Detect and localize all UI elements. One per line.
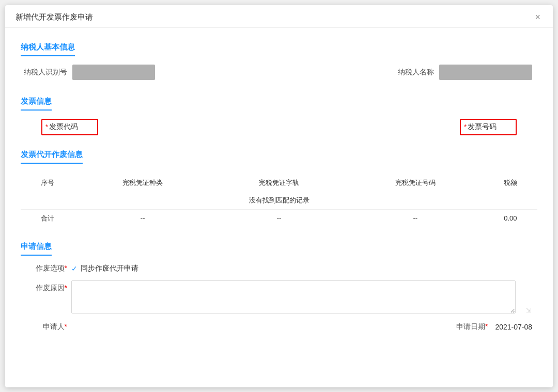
no-record-text: 没有找到匹配的记录 bbox=[21, 192, 537, 210]
invoice-no-label: 发票号码 bbox=[468, 122, 497, 132]
total-row: 合计 -- -- -- 0.00 bbox=[21, 209, 537, 227]
col-no: 序号 bbox=[21, 174, 74, 192]
col-certno: 完税凭证号码 bbox=[347, 174, 484, 192]
reason-row: 作废原因* ⇲ bbox=[21, 280, 537, 315]
reason-textarea[interactable] bbox=[71, 280, 516, 313]
date-value: 2021-07-08 bbox=[495, 323, 532, 331]
checkbox-icon: ✓ bbox=[71, 264, 78, 273]
date-label: 申请日期* bbox=[446, 322, 488, 332]
application-section-title: 申请信息 bbox=[21, 242, 52, 256]
applicant-label: 申请人* bbox=[26, 322, 67, 332]
invoice-code-label: 发票代码 bbox=[49, 122, 78, 132]
total-col2: -- bbox=[74, 209, 211, 227]
date-wrap: 申请日期* 2021-07-08 bbox=[446, 322, 532, 332]
bottom-row: 申请人* 申请日期* 2021-07-08 bbox=[21, 322, 537, 332]
taxpayer-id-label: 纳税人识别号 bbox=[21, 68, 67, 77]
invoice-code-wrap: * 发票代码 bbox=[41, 119, 98, 135]
invoice-row: * 发票代码 * 发票号码 bbox=[21, 119, 537, 135]
invoice-code-required: * bbox=[45, 123, 48, 131]
taxpayer-section-title: 纳税人基本信息 bbox=[21, 42, 75, 56]
invoice-section-title: 发票信息 bbox=[21, 97, 52, 111]
invoice-section: 发票信息 * 发票代码 * 发票号码 bbox=[21, 87, 537, 135]
resize-handle: ⇲ bbox=[526, 307, 531, 314]
dialog-header: 新增代开发票作废申请 × bbox=[5, 5, 553, 28]
reason-label: 作废原因* bbox=[26, 284, 67, 293]
option-row: 作废选项* ✓ 同步作废代开申请 bbox=[21, 264, 537, 273]
dialog-title: 新增代开发票作废申请 bbox=[16, 12, 93, 22]
taxpayer-info-row: 纳税人识别号 纳税人名称 bbox=[21, 65, 537, 80]
no-record-row: 没有找到匹配的记录 bbox=[21, 192, 537, 210]
taxpayer-name-value bbox=[439, 65, 532, 80]
total-col3: -- bbox=[211, 209, 347, 227]
taxpayer-name-label: 纳税人名称 bbox=[393, 68, 434, 77]
agent-section: 发票代开作废信息 序号 完税凭证种类 完税凭证字轨 完税凭证号码 税额 没有找到… bbox=[21, 140, 537, 227]
reason-textarea-wrap: ⇲ bbox=[71, 280, 532, 315]
main-dialog: 新增代开发票作废申请 × 纳税人基本信息 纳税人识别号 纳税人名称 发票信息 * bbox=[5, 5, 553, 387]
invoice-code-field[interactable]: * 发票代码 bbox=[41, 119, 98, 135]
checkbox-wrap[interactable]: ✓ 同步作废代开申请 bbox=[71, 264, 138, 273]
table-header-row: 序号 完税凭证种类 完税凭证字轨 完税凭证号码 税额 bbox=[21, 174, 537, 192]
application-section: 申请信息 作废选项* ✓ 同步作废代开申请 作废原因* ⇲ bbox=[21, 232, 537, 332]
col-type: 完税凭证种类 bbox=[74, 174, 211, 192]
total-col4: -- bbox=[347, 209, 484, 227]
dialog-body: 纳税人基本信息 纳税人识别号 纳税人名称 发票信息 * 发票代码 bbox=[5, 28, 553, 347]
total-label: 合计 bbox=[21, 209, 74, 227]
applicant-wrap: 申请人* bbox=[26, 322, 71, 332]
checkbox-text: 同步作废代开申请 bbox=[81, 264, 138, 273]
taxpayer-section: 纳税人基本信息 纳税人识别号 纳税人名称 bbox=[21, 33, 537, 80]
invoice-no-required: * bbox=[464, 123, 467, 131]
col-track: 完税凭证字轨 bbox=[211, 174, 347, 192]
invoice-no-field[interactable]: * 发票号码 bbox=[460, 119, 517, 135]
agent-section-title: 发票代开作废信息 bbox=[21, 150, 83, 164]
option-label: 作废选项* bbox=[26, 264, 67, 273]
taxpayer-id-value bbox=[72, 65, 155, 80]
total-amount: 0.00 bbox=[484, 209, 537, 227]
invoice-no-wrap: * 发票号码 bbox=[460, 119, 517, 135]
close-button[interactable]: × bbox=[533, 12, 542, 22]
agent-table: 序号 完税凭证种类 完税凭证字轨 完税凭证号码 税额 没有找到匹配的记录 合计 … bbox=[21, 174, 537, 227]
col-tax: 税额 bbox=[484, 174, 537, 192]
